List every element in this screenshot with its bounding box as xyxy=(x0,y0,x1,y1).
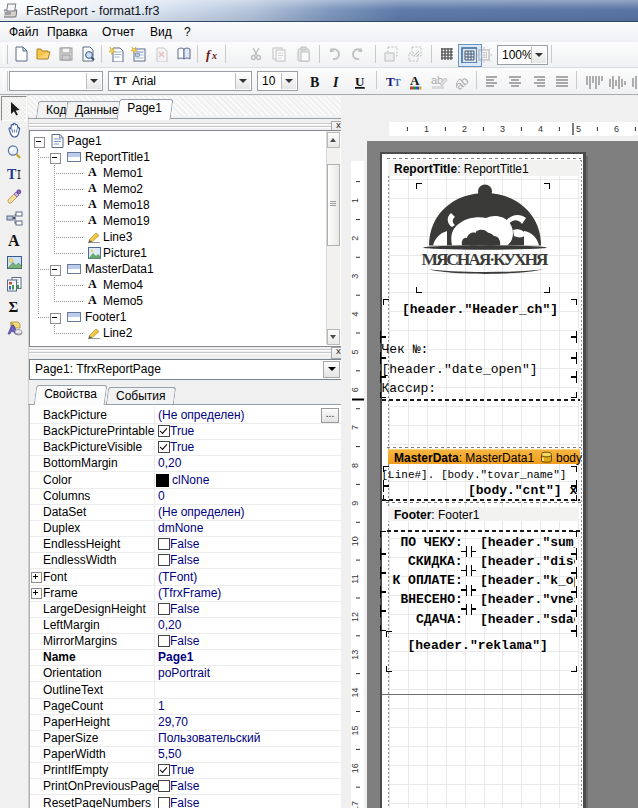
svg-text:10: 10 xyxy=(351,536,360,546)
svg-text:B: B xyxy=(310,75,319,90)
svg-text:11: 11 xyxy=(351,574,360,583)
svg-text:U: U xyxy=(355,74,365,89)
svg-text:16: 16 xyxy=(351,763,360,773)
svg-text:Σ: Σ xyxy=(9,299,19,315)
svg-text:6: 6 xyxy=(614,124,619,134)
svg-text:A: A xyxy=(8,232,20,249)
svg-text:9: 9 xyxy=(351,501,360,506)
svg-text:ab: ab xyxy=(453,74,472,91)
svg-text:14: 14 xyxy=(351,687,360,697)
svg-text:I: I xyxy=(332,75,339,90)
svg-text:15: 15 xyxy=(351,725,360,735)
svg-text:5: 5 xyxy=(351,349,360,354)
svg-text:2: 2 xyxy=(462,124,467,134)
svg-text:1: 1 xyxy=(351,198,360,203)
svg-text:8: 8 xyxy=(351,463,360,468)
svg-text:4: 4 xyxy=(351,312,360,317)
svg-text:6: 6 xyxy=(351,387,360,392)
svg-text:A: A xyxy=(410,74,420,88)
svg-text:5: 5 xyxy=(576,124,581,134)
svg-text:1: 1 xyxy=(424,124,429,134)
svg-text:13: 13 xyxy=(351,650,360,660)
svg-text:3: 3 xyxy=(351,274,360,279)
svg-text:T: T xyxy=(394,77,401,88)
svg-text:12: 12 xyxy=(351,612,360,622)
svg-text:7: 7 xyxy=(351,425,360,430)
svg-text:2: 2 xyxy=(351,236,360,241)
svg-text:T: T xyxy=(7,167,17,182)
svg-text:T: T xyxy=(121,75,127,85)
svg-text:МЯСНАЯ·КУХНЯ: МЯСНАЯ·КУХНЯ xyxy=(422,249,549,269)
svg-text:17: 17 xyxy=(351,801,360,808)
svg-text:x: x xyxy=(211,50,217,61)
svg-text:3: 3 xyxy=(500,124,505,134)
svg-text:4: 4 xyxy=(538,124,543,134)
